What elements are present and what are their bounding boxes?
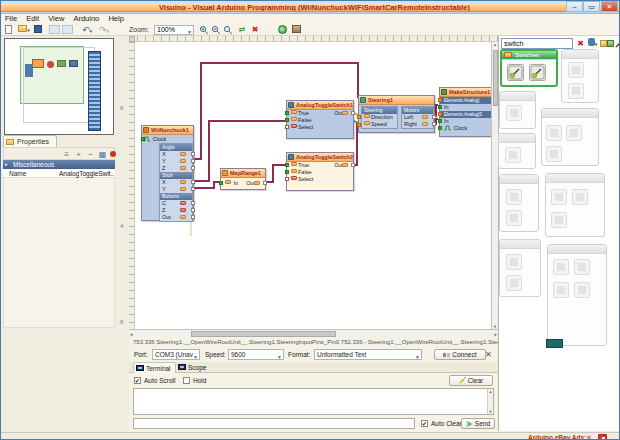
panel-layout-b-icon[interactable]: [62, 25, 74, 35]
serial-settings-icon[interactable]: ✕: [485, 350, 492, 359]
menu-view[interactable]: View: [48, 14, 64, 24]
component-toggle-switch[interactable]: [507, 64, 524, 81]
block-analogtoggleswitch2[interactable]: AnalogToggleSwitch2 True Out False Selec…: [286, 152, 354, 191]
pin-row[interactable]: Z: [160, 165, 192, 172]
in-pin-digital[interactable]: [285, 125, 289, 129]
expand-all-icon[interactable]: +: [74, 150, 83, 159]
out-pin[interactable]: [432, 115, 436, 119]
out-pin[interactable]: [191, 152, 195, 156]
in-pin-analog[interactable]: [438, 98, 442, 102]
new-document-icon[interactable]: [5, 25, 14, 35]
out-pin[interactable]: [191, 187, 195, 191]
block-makestructure1[interactable]: MakeStructure1 Elements.Analog( In Eleme…: [439, 87, 492, 137]
component-toggle-switch[interactable]: [529, 64, 546, 81]
out-pin[interactable]: [191, 180, 195, 184]
settings-wrench-icon[interactable]: [614, 38, 620, 49]
upload-package-icon[interactable]: [292, 25, 302, 35]
pin-row[interactable]: Z: [160, 207, 192, 214]
save-project-icon[interactable]: [34, 25, 43, 35]
pin-row[interactable]: X: [160, 179, 192, 186]
in-pin[interactable]: [285, 111, 289, 115]
in-pin[interactable]: [285, 118, 289, 122]
zoom-in-icon[interactable]: [199, 25, 209, 35]
zoom-out-icon[interactable]: [211, 25, 221, 35]
build-icon[interactable]: [278, 25, 288, 35]
property-category-row[interactable]: ▸ Miscellaneous: [3, 160, 115, 169]
undo-icon[interactable]: ↶▾: [80, 25, 94, 35]
out-pin[interactable]: [191, 159, 195, 163]
delete-icon[interactable]: ✖: [250, 25, 260, 35]
close-ads-icon[interactable]: ✕: [586, 434, 592, 440]
tab-scope[interactable]: Scope: [176, 362, 210, 373]
panel-layout-a-icon[interactable]: [49, 25, 61, 35]
block-analogtoggleswitch1[interactable]: AnalogToggleSwitch1 True Out False Selec…: [286, 100, 354, 139]
auto-clear-checkbox[interactable]: ✔: [421, 420, 428, 427]
in-pin-digital[interactable]: [285, 177, 289, 181]
pin-icon[interactable]: [110, 150, 119, 159]
pin-row-out[interactable]: Out: [160, 214, 192, 221]
in-pin[interactable]: [285, 170, 289, 174]
maximize-button[interactable]: ▭: [583, 1, 600, 12]
hold-checkbox[interactable]: [183, 377, 190, 384]
in-pin[interactable]: [438, 119, 442, 123]
property-row-name[interactable]: Name AnalogToggleSwit...: [3, 169, 115, 178]
category-switches[interactable]: Switches: [500, 49, 558, 87]
out-pin[interactable]: [263, 181, 267, 185]
speed-in-pin[interactable]: [357, 123, 361, 127]
terminal-output[interactable]: ▲▼: [133, 388, 494, 415]
tab-terminal[interactable]: Terminal: [133, 362, 176, 373]
port-select[interactable]: COM3 (Unav▼: [152, 349, 200, 360]
send-button[interactable]: Send: [461, 418, 495, 429]
clock-pin-square[interactable]: [438, 126, 442, 130]
speed-select[interactable]: 9600▼: [228, 349, 284, 360]
out-pin[interactable]: [191, 166, 195, 170]
pin-clock[interactable]: Clock: [153, 136, 167, 142]
overview-minimap[interactable]: [4, 38, 114, 135]
out-pin[interactable]: [191, 208, 195, 212]
zoom-select[interactable]: 100% ▼: [154, 25, 194, 35]
auto-scroll-checkbox[interactable]: ✔: [134, 377, 141, 384]
canvas-vscrollbar[interactable]: ▲▼: [491, 42, 498, 329]
out-pin[interactable]: [351, 111, 355, 115]
block-steering1[interactable]: Steering1 Steering Direction Speed Motor…: [358, 95, 435, 133]
out-pin[interactable]: [351, 163, 355, 167]
clear-search-icon[interactable]: ✖: [576, 38, 585, 49]
in-pin[interactable]: [285, 163, 289, 167]
clear-button[interactable]: Clear: [449, 375, 493, 386]
pin-row[interactable]: Y: [160, 186, 192, 193]
collapse-all-icon[interactable]: −: [86, 150, 95, 159]
in-pin[interactable]: [438, 105, 442, 109]
redo-icon[interactable]: ↷▾: [97, 25, 111, 35]
menu-arduino[interactable]: Arduino: [73, 14, 99, 24]
connect-button[interactable]: Connect: [434, 349, 486, 360]
terminal-scrollbar[interactable]: ▲▼: [487, 389, 493, 414]
in-pin-analog[interactable]: [438, 112, 442, 116]
open-project-icon[interactable]: ▾: [17, 25, 31, 35]
block-maprange1[interactable]: MapRange1 In Out: [220, 168, 266, 190]
out-pin[interactable]: [432, 122, 436, 126]
close-button[interactable]: ✕: [601, 1, 618, 12]
pin-row[interactable]: Y: [160, 158, 192, 165]
clock-pin-square[interactable]: [141, 137, 145, 141]
pin-row[interactable]: X: [160, 151, 192, 158]
direction-in-pin[interactable]: [357, 115, 361, 119]
menu-help[interactable]: Help: [108, 14, 123, 24]
minimize-button[interactable]: –: [566, 1, 583, 12]
menu-edit[interactable]: Edit: [26, 14, 39, 24]
menu-file[interactable]: File: [5, 14, 17, 24]
out-pin[interactable]: [191, 215, 195, 219]
toolbox-search-input[interactable]: [501, 38, 573, 49]
zoom-actual-icon[interactable]: [223, 25, 233, 35]
ad-badge-icon[interactable]: [598, 434, 607, 440]
refresh-icon[interactable]: ⇄: [237, 25, 247, 35]
categorized-icon[interactable]: ▦: [98, 150, 107, 159]
tab-properties[interactable]: Properties: [3, 135, 57, 147]
in-pin[interactable]: [219, 181, 223, 185]
property-value[interactable]: AnalogToggleSwit...: [59, 169, 114, 178]
format-select[interactable]: Unformatted Text▼: [314, 349, 422, 360]
out-pin[interactable]: [191, 201, 195, 205]
terminal-input[interactable]: [133, 418, 415, 429]
arrange-icon[interactable]: ≡: [62, 150, 71, 159]
block-wiinunchuck1[interactable]: WiiNunchuck1 Clock Angle X Y Z Stick X Y…: [141, 125, 194, 221]
category-header[interactable]: Switches: [502, 51, 556, 60]
